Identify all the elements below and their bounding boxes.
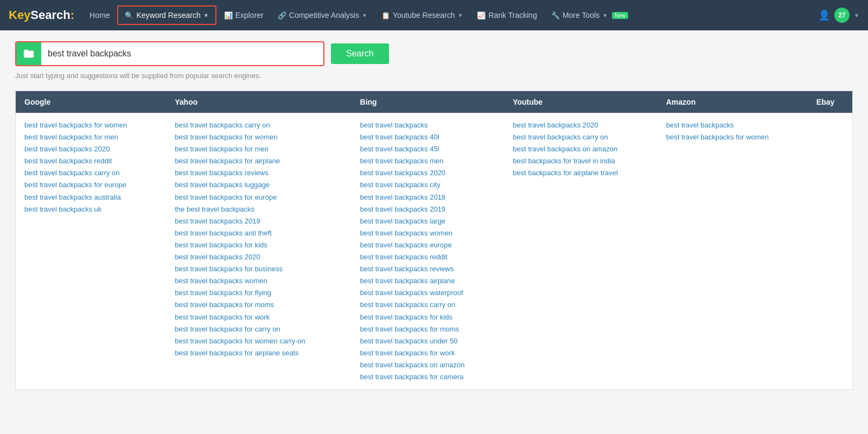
result-link[interactable]: best travel backpacks australia: [24, 192, 157, 203]
col-bing: Bing: [352, 91, 505, 113]
result-link[interactable]: best travel backpacks for women: [175, 131, 342, 143]
table-header-row: Google Yahoo Bing Youtube Amazon Ebay: [16, 91, 853, 113]
result-link[interactable]: best travel backpacks reddit: [24, 155, 157, 167]
search-icon-box: [16, 42, 41, 65]
result-link[interactable]: best travel backpacks 2020: [24, 143, 157, 155]
col-yahoo: Yahoo: [166, 91, 351, 113]
user-chevron-icon: ▼: [854, 12, 859, 18]
result-link[interactable]: best backpacks for travel in india: [513, 155, 649, 167]
logo-text: KeySearch:: [9, 8, 74, 22]
ebay-results: [808, 113, 853, 390]
result-link[interactable]: best travel backpacks on amazon: [513, 143, 649, 155]
search-box: [15, 41, 324, 66]
result-link[interactable]: best travel backpacks for camera: [360, 371, 496, 383]
result-link[interactable]: best travel backpacks: [360, 119, 496, 131]
nav-explorer-label: Explorer: [235, 11, 264, 20]
amazon-results: best travel backpacksbest travel backpac…: [658, 113, 808, 390]
result-link[interactable]: best travel backpacks reddit: [360, 251, 496, 263]
result-link[interactable]: best travel backpacks 2019: [175, 215, 342, 227]
result-link[interactable]: best travel backpacks for work: [360, 347, 496, 359]
nav-rank-label: Rank Tracking: [488, 11, 537, 20]
result-link[interactable]: best travel backpacks large: [360, 215, 496, 227]
competitive-chevron-icon: ▼: [362, 12, 367, 18]
youtube-chevron-icon: ▼: [458, 12, 463, 18]
nav-rank-tracking[interactable]: 📈 Rank Tracking: [470, 7, 543, 24]
result-link[interactable]: best travel backpacks on amazon: [360, 359, 496, 371]
result-link[interactable]: best travel backpacks 2020: [513, 119, 649, 131]
result-link[interactable]: best travel backpacks 2019: [360, 203, 496, 215]
result-link[interactable]: best travel backpacks anti theft: [175, 227, 342, 239]
result-link[interactable]: best travel backpacks under 50: [360, 335, 496, 347]
more-tools-chevron-icon: ▼: [602, 12, 608, 18]
result-link[interactable]: best travel backpacks men: [360, 155, 496, 167]
result-link[interactable]: best travel backpacks for women carry-on: [175, 335, 342, 347]
result-link[interactable]: best travel backpacks for carry on: [175, 323, 342, 335]
result-link[interactable]: best travel backpacks carry on: [175, 119, 342, 131]
result-link[interactable]: best travel backpacks reviews: [175, 167, 342, 179]
chart-nav-icon: 📊: [224, 11, 233, 20]
result-link[interactable]: best travel backpacks for women: [666, 131, 799, 143]
new-badge: New: [612, 12, 628, 19]
nav-keyword-research-label: Keyword Research: [136, 11, 200, 20]
result-link[interactable]: best travel backpacks airplane: [360, 275, 496, 287]
nav-more-tools[interactable]: 🔧 More Tools ▼ New: [545, 7, 635, 24]
bing-results: best travel backpacksbest travel backpac…: [352, 113, 505, 390]
result-link[interactable]: best travel backpacks carry on: [24, 167, 157, 179]
result-link[interactable]: best travel backpacks 40l: [360, 131, 496, 143]
result-link[interactable]: best travel backpacks for women: [24, 119, 157, 131]
result-link[interactable]: best backpacks for airplane travel: [513, 167, 649, 179]
result-link[interactable]: best travel backpacks luggage: [175, 179, 342, 191]
youtube-nav-icon: 📋: [381, 11, 390, 20]
result-link[interactable]: best travel backpacks for kids: [360, 311, 496, 323]
result-link[interactable]: best travel backpacks for work: [175, 311, 342, 323]
search-button[interactable]: Search: [331, 43, 389, 64]
result-link[interactable]: best travel backpacks: [666, 119, 799, 131]
link-nav-icon: 🔗: [278, 11, 286, 20]
nav-keyword-research[interactable]: 🔍 Keyword Research ▼: [117, 5, 216, 25]
result-link[interactable]: best travel backpacks for moms: [175, 299, 342, 311]
result-link[interactable]: best travel backpacks women: [175, 275, 342, 287]
nav-competitive-analysis[interactable]: 🔗 Competitive Analysis ▼: [271, 7, 374, 24]
tools-nav-icon: 🔧: [551, 11, 560, 20]
nav-explorer[interactable]: 📊 Explorer: [218, 7, 270, 24]
folder-icon: [23, 48, 35, 60]
nav-youtube-research[interactable]: 📋 Youtube Research ▼: [375, 7, 470, 24]
result-link[interactable]: best travel backpacks for europe: [175, 192, 342, 203]
col-ebay: Ebay: [808, 91, 853, 113]
nav-items: Home 🔍 Keyword Research ▼ 📊 Explorer 🔗 C…: [83, 5, 816, 25]
result-link[interactable]: best travel backpacks 2018: [360, 192, 496, 203]
table-row: best travel backpacks for womenbest trav…: [16, 113, 853, 390]
result-link[interactable]: best travel backpacks carry on: [513, 131, 649, 143]
result-link[interactable]: best travel backpacks 2020: [360, 167, 496, 179]
result-link[interactable]: best travel backpacks waterproof: [360, 287, 496, 299]
yahoo-results: best travel backpacks carry onbest trave…: [166, 113, 351, 390]
result-link[interactable]: best travel backpacks europe: [360, 239, 496, 251]
result-link[interactable]: best travel backpacks 2020: [175, 251, 342, 263]
result-link[interactable]: best travel backpacks for moms: [360, 323, 496, 335]
result-link[interactable]: best travel backpacks reviews: [360, 263, 496, 275]
nav-home[interactable]: Home: [83, 7, 116, 24]
result-link[interactable]: best travel backpacks for airplane seats: [175, 347, 342, 359]
nav-competitive-label: Competitive Analysis: [289, 11, 359, 20]
result-link[interactable]: best travel backpacks uk: [24, 203, 157, 215]
result-link[interactable]: best travel backpacks for business: [175, 263, 342, 275]
main-content: Search Just start typing and suggestions…: [0, 30, 868, 434]
result-link[interactable]: the best travel backpacks: [175, 203, 342, 215]
result-link[interactable]: best travel backpacks women: [360, 227, 496, 239]
col-google: Google: [16, 91, 167, 113]
result-link[interactable]: best travel backpacks for kids: [175, 239, 342, 251]
search-input[interactable]: [41, 44, 323, 63]
logo: KeySearch:: [9, 8, 74, 22]
result-link[interactable]: best travel backpacks for men: [175, 143, 342, 155]
result-link[interactable]: best travel backpacks carry on: [360, 299, 496, 311]
result-link[interactable]: best travel backpacks for europe: [24, 179, 157, 191]
nav-home-label: Home: [90, 11, 110, 20]
result-link[interactable]: best travel backpacks for men: [24, 131, 157, 143]
result-link[interactable]: best travel backpacks for airplane: [175, 155, 342, 167]
result-link[interactable]: best travel backpacks 45l: [360, 143, 496, 155]
search-container: Search: [15, 41, 853, 66]
result-link[interactable]: best travel backpacks for flying: [175, 287, 342, 299]
result-link[interactable]: best travel backpacks city: [360, 179, 496, 191]
google-results: best travel backpacks for womenbest trav…: [16, 113, 167, 390]
user-avatar[interactable]: 27: [834, 8, 850, 23]
